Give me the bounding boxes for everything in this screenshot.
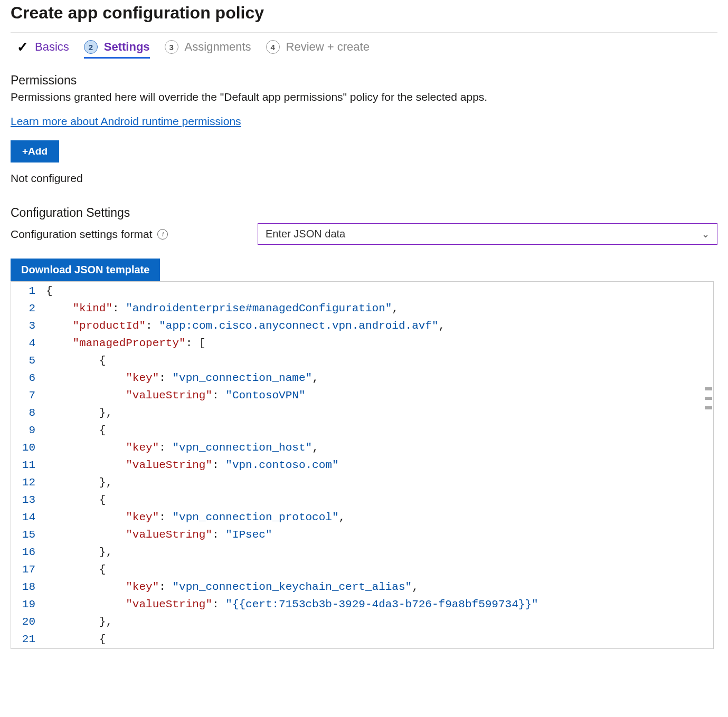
wizard-step-basics[interactable]: ✓ Basics [17,40,69,59]
config-format-label: Configuration settings format i [11,228,248,241]
config-format-label-text: Configuration settings format [11,228,152,241]
permissions-heading: Permissions [11,73,717,88]
config-format-value: Enter JSON data [266,228,345,240]
wizard-step-settings[interactable]: 2 Settings [84,40,150,59]
wizard-step-label: Settings [104,40,150,54]
wizard-step-review[interactable]: 4 Review + create [266,40,370,59]
check-icon: ✓ [17,40,29,54]
wizard-step-assignments[interactable]: 3 Assignments [165,40,251,59]
permissions-state-text: Not configured [11,172,717,185]
json-editor[interactable]: 123456789101112131415161718192021 { "kin… [11,281,714,649]
info-icon[interactable]: i [157,229,168,240]
wizard-step-label: Assignments [185,40,251,54]
wizard-step-label: Basics [35,40,69,54]
editor-scroll-marks [705,387,712,416]
divider [11,32,717,33]
config-format-select[interactable]: Enter JSON data ⌄ [258,223,717,245]
step-number-badge: 3 [165,40,178,54]
page-title: Create app configuration policy [11,3,717,23]
permissions-description: Permissions granted here will override t… [11,91,717,103]
add-button[interactable]: +Add [11,140,59,162]
editor-code-body[interactable]: { "kind": "androidenterprise#managedConf… [43,282,713,648]
editor-gutter: 123456789101112131415161718192021 [11,282,43,648]
learn-more-link[interactable]: Learn more about Android runtime permiss… [11,115,241,128]
download-json-button[interactable]: Download JSON template [11,259,160,281]
step-number-badge: 2 [84,40,98,54]
wizard-steps: ✓ Basics 2 Settings 3 Assignments 4 Revi… [11,40,717,60]
wizard-step-label: Review + create [286,40,370,54]
config-settings-heading: Configuration Settings [11,206,717,220]
chevron-down-icon: ⌄ [702,228,710,240]
step-number-badge: 4 [266,40,280,54]
